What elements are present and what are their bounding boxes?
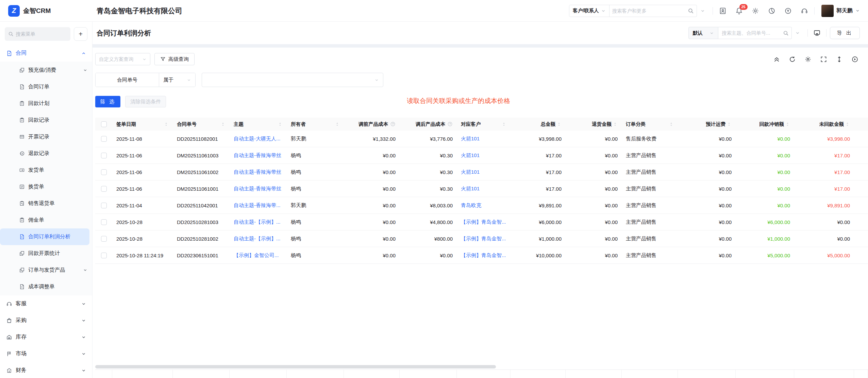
search-scope-select[interactable]: 客户/联系人 [569,5,610,17]
column-header-date[interactable]: 签单日期 [112,121,173,127]
row-checkbox[interactable] [101,169,107,175]
sidebar-item-回款计划[interactable]: 回款计划 [0,95,92,112]
analytics-pie-icon[interactable] [768,7,775,15]
headset-support-icon[interactable] [801,7,808,15]
view-select[interactable]: 默认 [688,27,718,39]
condition-field-select[interactable]: 合同单号 [96,73,159,87]
help-icon[interactable] [390,121,396,127]
customer-link[interactable]: 火箭101 [461,186,480,192]
column-header-customer[interactable]: 对应客户 [457,121,511,127]
search-options-chevron-icon[interactable] [795,31,800,35]
customer-link[interactable]: 青岛欧克 [461,202,481,209]
sidebar-item-合同订单利润分析[interactable]: 合同订单利润分析 [0,228,89,245]
column-header-total[interactable]: 总金额 [511,121,566,127]
sort-icon[interactable] [845,122,850,127]
sort-icon[interactable] [727,122,732,127]
customer-link[interactable]: 火箭101 [461,169,480,175]
subject-link[interactable]: 自动主题-大疆无人... [234,136,281,142]
sidebar-item-合同订单[interactable]: 合同订单 [0,79,92,95]
export-button[interactable]: 导 出 [830,27,860,39]
scrollbar-thumb[interactable] [95,365,496,368]
row-checkbox[interactable] [101,219,107,225]
sort-icon[interactable] [556,122,562,127]
subject-link[interactable]: 【示例】金智公司... [234,252,279,259]
subject-link[interactable]: 自动主题-香辣海带丝 [234,186,281,192]
notifications-bell-icon[interactable]: 25 [735,7,743,15]
condition-operator-select[interactable]: 属于 [159,73,195,87]
settings-gear-icon[interactable] [752,7,759,15]
filter-button[interactable]: 筛 选 [95,96,120,107]
column-header-refund[interactable]: 退货金额 [566,121,622,127]
sidebar-section-2[interactable]: 采购 [0,312,92,329]
customer-link[interactable]: 【示例】青岛金智... [461,219,506,225]
subject-link[interactable]: 自动主题-香辣海带丝 [234,169,281,175]
sidebar-item-销售退货单[interactable]: 销售退货单 [0,195,92,212]
row-checkbox[interactable] [101,203,107,208]
sort-icon[interactable] [613,122,618,127]
collapse-filters-icon[interactable] [773,56,780,63]
column-header-owner[interactable]: 所有者 [287,121,344,127]
global-search-input[interactable] [610,8,688,14]
row-checkbox[interactable] [101,236,107,242]
shield-icon[interactable] [784,7,792,15]
subject-link[interactable]: 自动主题-香辣海带丝 [234,152,281,159]
sidebar-item-佣金单[interactable]: 佣金单 [0,212,92,228]
sort-icon[interactable] [669,122,674,127]
column-header-subject[interactable]: 主题 [230,121,287,127]
column-header-category[interactable]: 订单分类 [622,121,678,127]
customer-link[interactable]: 【示例】青岛金智... [461,252,506,259]
sidebar-item-换货单[interactable]: 换货单 [0,178,92,195]
search-icon[interactable] [688,8,694,14]
sidebar-item-订单与发货产品[interactable]: 订单与发货产品 [0,262,92,278]
add-menu-button[interactable]: + [74,27,87,41]
customer-link[interactable]: 火箭101 [461,136,480,142]
sort-icon[interactable] [220,122,226,127]
sidebar-item-退款记录[interactable]: 退款记录 [0,145,92,162]
sidebar-item-成本调整单[interactable]: 成本调整单 [0,278,92,295]
menu-search-input[interactable] [16,31,67,37]
sidebar-item-回款记录[interactable]: 回款记录 [0,112,92,128]
column-header-unpaid[interactable]: 未回款金额 [794,121,854,127]
sidebar-item-回款开票统计[interactable]: 回款开票统计 [0,245,92,262]
sort-icon[interactable] [278,122,283,127]
search-options-chevron-icon[interactable] [700,8,705,13]
sidebar-section-4[interactable]: 市场 [0,345,92,362]
table-search-input[interactable] [718,30,783,36]
advanced-query-button[interactable]: 高级查询 [154,53,195,65]
contacts-icon[interactable] [719,7,727,15]
column-settings-gear-icon[interactable] [804,56,812,63]
column-header-cost_before[interactable]: 调前产品成本 [344,121,400,127]
sort-icon[interactable] [164,122,169,127]
play-circle-icon[interactable] [851,56,858,63]
row-checkbox[interactable] [101,253,107,258]
row-checkbox[interactable] [101,186,107,192]
select-all-checkbox[interactable] [101,121,107,127]
row-checkbox[interactable] [101,136,107,142]
sidebar-section-0[interactable]: 合同 [0,45,92,62]
horizontal-scrollbar[interactable] [95,365,860,368]
sidebar-section-3[interactable]: 库存 [0,329,92,345]
display-board-icon[interactable] [813,29,821,37]
column-header-writeoff[interactable]: 回款冲销额 [736,121,794,127]
sidebar-item-预充值/消费[interactable]: 预充值/消费 [0,62,92,79]
avatar[interactable] [821,5,834,17]
sort-icon[interactable] [335,122,340,127]
sort-icon[interactable] [785,122,790,127]
search-icon[interactable] [783,30,789,36]
sidebar-item-发货单[interactable]: 发货单 [0,162,92,178]
sidebar-section-1[interactable]: 客服 [0,295,92,312]
customer-link[interactable]: 火箭101 [461,152,480,159]
subject-link[interactable]: 自动主题-【示例】... [234,219,281,225]
row-checkbox[interactable] [101,153,107,158]
sidebar-section-5[interactable]: 财务 [0,362,92,378]
condition-value-select[interactable] [202,73,383,87]
subject-link[interactable]: 自动主题-香辣海带... [234,202,281,209]
sort-icon[interactable] [501,122,506,127]
subject-link[interactable]: 自动主题-【示例】... [234,236,281,242]
clear-filters-button[interactable]: 清除筛选条件 [125,96,166,107]
sidebar-item-开票记录[interactable]: 开票记录 [0,128,92,145]
refresh-icon[interactable] [789,56,796,63]
column-header-cost_after[interactable]: 调后产品成本 [400,121,457,127]
column-header-freight[interactable]: 预计运费 [678,121,736,127]
scheme-query-select[interactable]: 自定义方案查询 [95,53,150,65]
